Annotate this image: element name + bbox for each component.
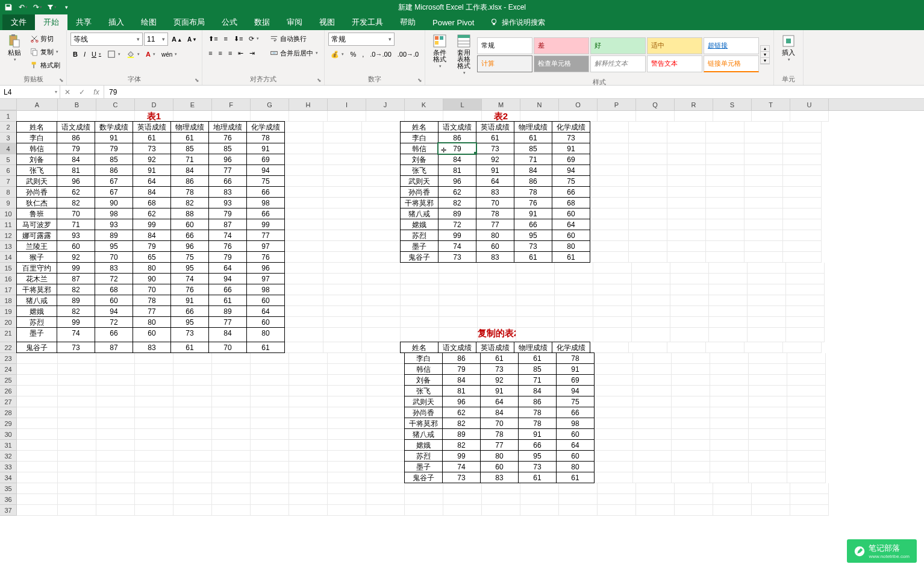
cell-O15[interactable] (555, 263, 593, 274)
cell-T35[interactable] (752, 483, 790, 494)
cell-J37[interactable] (366, 505, 405, 516)
cell-O22[interactable]: 化学成绩 (552, 342, 590, 353)
cell-T18[interactable] (748, 295, 786, 306)
row-header-35[interactable]: 35 (0, 483, 17, 494)
row-header-33[interactable]: 33 (0, 462, 17, 472)
cell-L34[interactable]: 73 (442, 472, 481, 483)
cell-K13[interactable]: 墨子 (400, 240, 439, 252)
cell-B8[interactable]: 62 (57, 186, 95, 198)
cell-F10[interactable]: 79 (208, 208, 247, 219)
cell-Q24[interactable] (633, 364, 672, 375)
cell-N17[interactable] (516, 284, 555, 295)
cell-C15[interactable]: 83 (95, 262, 133, 274)
cell-T32[interactable] (749, 451, 787, 462)
cell-K19[interactable] (401, 306, 439, 317)
cell-D5[interactable]: 92 (133, 154, 171, 165)
cell-L33[interactable]: 74 (442, 461, 481, 472)
cell-A35[interactable] (17, 483, 58, 494)
cell-A22[interactable]: 鬼谷子 (16, 342, 57, 353)
cell-T12[interactable] (745, 230, 783, 241)
cell-I36[interactable] (328, 494, 366, 505)
cell-F12[interactable]: 74 (208, 230, 247, 241)
cell-F11[interactable]: 87 (208, 219, 247, 230)
cell-R32[interactable] (672, 451, 710, 462)
cell-G18[interactable]: 60 (246, 295, 285, 306)
cell-U33[interactable] (787, 462, 826, 472)
cell-O6[interactable]: 94 (552, 164, 590, 176)
cell-D14[interactable]: 65 (133, 251, 171, 263)
cell-U4[interactable] (783, 143, 822, 154)
cell-B19[interactable]: 82 (57, 305, 95, 317)
cell-G34[interactable] (251, 472, 289, 483)
cell-L32[interactable]: 99 (442, 450, 481, 462)
cell-C11[interactable]: 93 (95, 219, 133, 230)
cell-O13[interactable]: 80 (552, 240, 590, 252)
cell-C24[interactable] (96, 364, 135, 375)
cell-M34[interactable]: 83 (480, 472, 519, 483)
orientation-button[interactable]: ⟳▾ (246, 33, 261, 45)
row-header-32[interactable]: 32 (0, 451, 17, 462)
cell-Q12[interactable] (629, 230, 667, 241)
cell-I2[interactable] (323, 122, 362, 133)
cell-I21[interactable] (323, 328, 362, 342)
cell-D16[interactable]: 90 (133, 273, 171, 284)
row-header-20[interactable]: 20 (0, 317, 17, 328)
cell-E35[interactable] (173, 483, 212, 494)
cell-H7[interactable] (285, 176, 323, 187)
cell-N36[interactable] (520, 494, 559, 505)
cell-I31[interactable] (328, 440, 366, 451)
cell-F31[interactable] (212, 440, 251, 451)
cell-A18[interactable]: 猪八戒 (16, 295, 57, 306)
cell-N15[interactable] (516, 263, 555, 274)
comma-button[interactable]: , (360, 48, 366, 60)
cell-Q28[interactable] (633, 407, 672, 418)
cell-T19[interactable] (748, 306, 786, 317)
tab-view[interactable]: 视图 (311, 14, 343, 30)
cell-H33[interactable] (289, 462, 328, 472)
cell-B7[interactable]: 96 (57, 175, 95, 187)
cell-P32[interactable] (595, 451, 633, 462)
insert-cells-button[interactable]: 插入▾ (778, 33, 799, 74)
cell-R1[interactable] (675, 111, 713, 122)
cell-U16[interactable] (786, 274, 825, 284)
cell-D34[interactable] (135, 472, 173, 483)
cell-T23[interactable] (749, 353, 787, 364)
cell-A24[interactable] (17, 364, 58, 375)
gallery-expand-icon[interactable]: ▾ (761, 58, 769, 64)
cell-R37[interactable] (675, 505, 713, 516)
row-header-15[interactable]: 15 (0, 263, 17, 274)
cell-G27[interactable] (251, 396, 289, 407)
cell-I15[interactable] (323, 263, 362, 274)
cell-N34[interactable]: 61 (518, 472, 557, 483)
cell-P4[interactable] (590, 143, 629, 154)
style-warn[interactable]: 警告文本 (647, 55, 702, 72)
cell-N26[interactable]: 84 (518, 385, 557, 396)
cut-button[interactable]: 剪切 (28, 33, 63, 45)
cell-O27[interactable]: 75 (556, 396, 595, 407)
cell-S4[interactable] (706, 143, 745, 154)
cell-F26[interactable] (212, 386, 251, 396)
cell-J28[interactable] (366, 407, 405, 418)
cell-G16[interactable]: 97 (246, 273, 285, 284)
cell-E7[interactable]: 86 (170, 175, 209, 187)
cell-U2[interactable] (783, 122, 822, 133)
cell-G25[interactable] (251, 375, 289, 386)
cell-G32[interactable] (251, 451, 289, 462)
cell-C18[interactable]: 60 (95, 295, 133, 306)
cell-A32[interactable] (17, 451, 58, 462)
cell-J33[interactable] (366, 462, 405, 472)
cell-P11[interactable] (590, 219, 629, 230)
cell-P33[interactable] (595, 462, 633, 472)
cell-E11[interactable]: 60 (170, 219, 209, 230)
cell-J6[interactable] (362, 165, 401, 176)
row-header-21[interactable]: 21 (0, 328, 17, 342)
cell-C36[interactable] (96, 494, 135, 505)
cell-G9[interactable]: 98 (246, 197, 285, 208)
cell-B30[interactable] (58, 429, 96, 440)
cell-M17[interactable] (478, 284, 516, 295)
cell-K31[interactable]: 嫦娥 (404, 439, 443, 451)
cell-A8[interactable]: 孙尚香 (16, 186, 57, 198)
row-header-6[interactable]: 6 (0, 165, 17, 176)
cell-H30[interactable] (289, 429, 328, 440)
cell-N18[interactable] (516, 295, 555, 306)
